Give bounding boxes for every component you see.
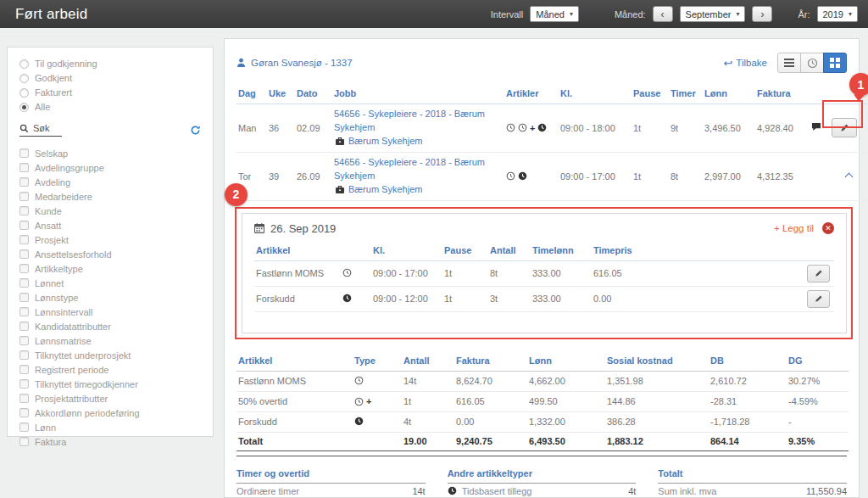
filter-checkbox-item[interactable]: Avdeling [19, 175, 201, 189]
job-location-link[interactable]: Bærum Sykehjem [336, 135, 503, 148]
panel-title: Andre artikkeltyper [448, 468, 637, 484]
worklog-table: Dag Uke Dato Jobb Artikler Kl. Pause Tim… [236, 85, 867, 201]
checkbox-icon[interactable] [19, 437, 29, 446]
prev-month-button[interactable]: ‹ [653, 6, 673, 22]
add-entry-link[interactable]: + Legg til [774, 223, 814, 233]
interval-select[interactable]: Måned ▾ [530, 6, 579, 22]
back-link[interactable]: ↩ Tilbake [723, 58, 767, 69]
chevron-down-icon: ▾ [736, 10, 739, 18]
filter-checkbox-item[interactable]: Lønn [19, 420, 201, 434]
radio-icon[interactable] [19, 74, 29, 83]
radio-icon[interactable] [19, 88, 29, 98]
col-artikler: Artikler [504, 85, 559, 104]
filter-checkbox-item[interactable]: Medarbeidere [19, 189, 201, 204]
summary-row: Fastlønn MOMS 14t 8,624.70 4,662.00 1,35… [236, 371, 849, 391]
checkbox-icon[interactable] [19, 249, 29, 259]
chevron-down-icon: ▾ [570, 10, 573, 18]
next-month-button[interactable]: › [752, 6, 772, 22]
filter-checkbox-item[interactable]: Kunde [19, 204, 201, 218]
filter-checkbox-item[interactable]: Lønnstype [19, 290, 201, 305]
status-filter-fakturert[interactable]: Fakturert [19, 87, 201, 98]
edit-entry-button[interactable] [807, 290, 830, 308]
job-link[interactable]: 54656 - Sykepleiere - 2018 - Bærum Sykeh… [334, 108, 503, 135]
filter-checkbox-item[interactable]: Lønnet [19, 276, 201, 290]
radio-selected-icon[interactable] [19, 103, 29, 112]
back-arrow-icon: ↩ [723, 58, 732, 69]
checkbox-icon[interactable] [19, 177, 29, 187]
checkbox-icon[interactable] [19, 422, 29, 432]
checkbox-icon[interactable] [19, 394, 29, 403]
filter-checkbox-item[interactable]: Artikkeltype [19, 261, 201, 276]
job-link[interactable]: 54656 - Sykepleiere - 2018 - Bærum Sykeh… [334, 156, 503, 183]
checkbox-icon[interactable] [19, 163, 29, 172]
filter-checkbox-item[interactable]: Ansatt [19, 218, 201, 232]
col-dag: Dag [236, 85, 267, 104]
checkbox-icon[interactable] [19, 206, 29, 215]
collapse-row-icon[interactable] [844, 172, 853, 181]
filter-checkbox-item[interactable]: Avdelingsgruppe [19, 160, 201, 175]
checkbox-icon[interactable] [19, 408, 29, 417]
status-filter-godkjent[interactable]: Godkjent [19, 72, 201, 84]
checkbox-icon[interactable] [19, 365, 29, 374]
checkbox-icon[interactable] [19, 264, 29, 273]
checkbox-icon[interactable] [19, 336, 29, 345]
checkbox-icon[interactable] [19, 278, 29, 288]
filter-checkbox-item[interactable]: Tilknyttet underprosjekt [19, 348, 201, 362]
job-location-link[interactable]: Bærum Sykehjem [336, 183, 503, 197]
checkbox-icon[interactable] [19, 350, 29, 360]
filter-checkbox-item[interactable]: Ansettelsesforhold [19, 247, 201, 261]
summary-table: Artikkel Type Antall Faktura Lønn Sosial… [236, 352, 849, 451]
filter-checkbox-item[interactable]: Lønnsmatrise [19, 333, 201, 348]
search-input[interactable]: Søk [19, 123, 62, 137]
col-artikkel: Artikkel [254, 242, 341, 261]
checkbox-icon[interactable] [19, 192, 29, 201]
summary-section: Artikkel Type Antall Faktura Lønn Sosial… [236, 352, 847, 456]
filter-checkbox-item[interactable]: Lønnsintervall [19, 305, 201, 319]
checkbox-icon[interactable] [19, 307, 29, 316]
filter-checkbox-item[interactable]: Prosjektattributter [19, 391, 201, 406]
status-filter-til-godkjenning[interactable]: Til godkjenning [19, 58, 201, 70]
panel-row: Ordinære timer 14t [236, 484, 426, 498]
checkbox-icon[interactable] [19, 148, 29, 158]
refresh-icon[interactable] [190, 125, 201, 136]
calendar-icon [254, 223, 264, 233]
filter-checkbox-item[interactable]: Selskap [19, 146, 201, 160]
clock-icon [506, 171, 515, 181]
time-view-button[interactable] [800, 53, 824, 73]
comment-icon[interactable] [811, 122, 821, 131]
edit-entry-button[interactable] [807, 265, 830, 283]
list-view-button[interactable] [777, 53, 801, 73]
year-select[interactable]: 2019 ▾ [817, 6, 859, 22]
month-select[interactable]: September ▾ [680, 6, 746, 22]
radio-icon[interactable] [19, 59, 29, 69]
checkbox-icon[interactable] [19, 322, 29, 331]
filter-checkbox-item[interactable]: Faktura [19, 434, 201, 449]
filter-checkbox-item[interactable]: Kandidatattributter [19, 319, 201, 333]
checkbox-icon[interactable] [19, 293, 29, 302]
panel-title: Totalt [658, 468, 847, 484]
grid-view-button[interactable] [823, 53, 847, 73]
top-navbar: Ført arbeid Intervall Måned ▾ Måned: ‹ S… [0, 0, 868, 28]
clock-icon [518, 123, 527, 132]
col-jobb: Jobb [332, 85, 504, 104]
other-article-types-panel: Andre artikkeltyper Tidsbasert tillegg 4… [448, 468, 637, 498]
filter-checkbox-item[interactable]: Akkordlønn periodeføring [19, 406, 201, 420]
status-filter-alle[interactable]: Alle [19, 101, 201, 113]
worklog-row: Tor 39 26.09 54656 - Sykepleiere - 2018 … [236, 152, 867, 200]
col-lonn: Lønn [703, 85, 755, 104]
checkbox-icon[interactable] [19, 379, 29, 389]
filter-checkbox-item[interactable]: Tilknyttet timegodkjenner [19, 377, 201, 391]
checkbox-icon[interactable] [19, 235, 29, 244]
filter-checkbox-item[interactable]: Prosjekt [19, 232, 201, 247]
clock-icon [506, 123, 515, 132]
clock-icon [342, 268, 352, 277]
clock-icon [354, 376, 364, 385]
close-detail-icon[interactable]: ✕ [822, 222, 834, 234]
worklog-panel: Gøran Svanesjø - 1337 ↩ Tilbake [224, 38, 860, 498]
checkbox-icon[interactable] [19, 221, 29, 230]
worklog-row: Man 36 02.09 54656 - Sykepleiere - 2018 … [236, 104, 867, 153]
filter-checkbox-item[interactable]: Registrert periode [19, 362, 201, 377]
edit-row-button[interactable] [832, 118, 857, 137]
col-type: Type [353, 352, 402, 372]
col-faktura: Faktura [454, 352, 527, 372]
